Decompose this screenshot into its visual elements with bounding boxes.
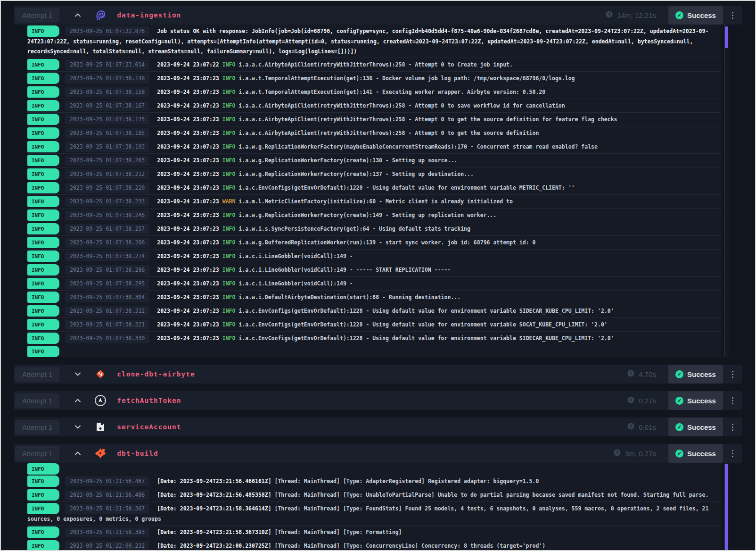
attempt-button[interactable]: Attempt 1 (15, 446, 59, 461)
log-level-badge: INFO (27, 292, 59, 303)
airbyte-icon (94, 9, 107, 21)
status-label: Success (687, 11, 716, 19)
kebab-menu-icon[interactable] (723, 394, 742, 407)
clock-icon (627, 370, 634, 378)
step-name: serviceAccount (117, 423, 181, 431)
workflow-log-viewer: Attempt 1data-ingestion14m, 12.21s✓Succe… (0, 0, 756, 551)
log-level-badge: INFO (27, 100, 59, 111)
workflow-step-clone-dbt-airbyte: Attempt 1clone-dbt-airbyte4.70s✓Success (14, 365, 742, 384)
log-message: 2023-09-24 23:07:23 INFO i.a.w.g.Replica… (157, 157, 457, 164)
workflow-step-dbt-build: Attempt 1dbt-build3m, 0.77s✓SuccessINFOI… (14, 444, 742, 551)
floppy-icon (94, 421, 107, 433)
log-timestamp: 2023-09-25 01:07:38.233 (65, 197, 149, 207)
log-message: 2023-09-24 23:07:23 INFO i.a.w.g.Replica… (157, 171, 474, 177)
step-header-clone-dbt-airbyte: Attempt 1clone-dbt-airbyte4.70s✓Success (14, 365, 742, 384)
log-message: 2023-09-24 23:07:23 INFO i.a.c.EnvConfig… (157, 308, 614, 314)
clock-icon (606, 11, 613, 19)
log-row: INFO2023-09-25 01:07:38.1752023-09-24 23… (27, 113, 721, 126)
log-message: 2023-09-24 23:07:23 WARN i.a.m.l.MetricC… (157, 198, 513, 205)
log-row: INFO2023-09-25 01:07:38.2462023-09-24 23… (27, 209, 721, 222)
kebab-menu-icon[interactable] (723, 9, 742, 22)
attempt-button[interactable]: Attempt 1 (15, 8, 59, 23)
status-badge[interactable]: ✓Success (668, 365, 723, 384)
chevron-down-icon[interactable] (74, 372, 81, 376)
section-gap (1, 436, 755, 439)
log-level-badge: INFO (27, 333, 59, 344)
log-row: INFO2023-09-25 01:07:38.2122023-09-24 23… (27, 167, 721, 181)
scrollbar-track[interactable] (724, 25, 729, 357)
step-meta: 0.27s✓Success (627, 391, 742, 410)
log-level-badge: INFO (27, 114, 59, 125)
status-badge[interactable]: ✓Success (668, 6, 723, 25)
success-check-icon: ✓ (675, 423, 683, 431)
log-timestamp: 2023-09-25 01:07:38.203 (65, 156, 149, 166)
chevron-up-icon[interactable] (74, 398, 81, 403)
log-message: [Date: 2023-09-24T23:21:58.367310Z] [Thr… (157, 529, 402, 535)
kebab-menu-icon[interactable] (723, 447, 742, 460)
log-timestamp: 2023-09-25 01:21:58.383 (65, 527, 149, 537)
attempt-button[interactable]: Attempt 1 (15, 393, 59, 408)
step-header-data-ingestion: Attempt 1data-ingestion14m, 12.21s✓Succe… (14, 6, 742, 25)
step-header-serviceAccount: Attempt 1serviceAccount0.01s✓Success (14, 417, 742, 436)
chevron-up-icon[interactable] (74, 13, 81, 17)
log-row: INFO2023-09-25 01:07:38.3212023-09-24 23… (27, 318, 721, 332)
log-message: 2023-09-24 23:07:23 INFO i.a.w.t.Tempora… (157, 89, 545, 95)
kebab-menu-icon[interactable] (723, 368, 742, 381)
attempt-button[interactable]: Attempt 1 (15, 367, 59, 382)
success-check-icon: ✓ (675, 11, 683, 19)
step-header-dbt-build: Attempt 1dbt-build3m, 0.77s✓Success (14, 444, 742, 463)
section-gap (1, 357, 755, 360)
log-message: 2023-09-24 23:07:23 INFO i.a.w.i.Default… (157, 294, 460, 301)
log-row: INFO2023-09-25 01:07:38.1932023-09-24 23… (27, 140, 721, 154)
log-message: 2023-09-24 23:07:23 INFO i.a.c.i.LineGob… (157, 253, 353, 259)
log-row: INFO2023-09-25 01:07:38.2202023-09-24 23… (27, 181, 721, 195)
status-badge[interactable]: ✓Success (668, 444, 723, 463)
scrollbar-thumb[interactable] (725, 26, 728, 48)
workflow-step-data-ingestion: Attempt 1data-ingestion14m, 12.21s✓Succe… (14, 6, 742, 357)
log-level-badge: INFO (27, 346, 59, 357)
log-row: INFO2023-09-25 01:07:38.3302023-09-24 23… (27, 332, 721, 345)
log-message: 2023-09-24 23:07:23 INFO i.a.c.EnvConfig… (157, 321, 607, 328)
log-timestamp: 2023-09-25 01:07:38.185 (65, 128, 149, 138)
log-timestamp: 2023-09-25 01:07:38.295 (65, 279, 149, 289)
log-timestamp: 2023-09-25 01:07:38.158 (65, 87, 149, 97)
git-icon (94, 368, 107, 380)
scrollbar-track[interactable] (724, 463, 729, 551)
section-gap (1, 410, 755, 413)
status-label: Success (687, 423, 716, 431)
chevron-down-icon[interactable] (74, 425, 81, 429)
log-row: INFO2023-09-25 01:07:38.3122023-09-24 23… (27, 304, 721, 318)
log-level-badge: INFO (27, 25, 59, 37)
log-message: 2023-09-24 23:07:22 INFO i.a.a.c.Airbyte… (157, 61, 513, 68)
log-timestamp: 2023-09-25 01:07:38.304 (65, 292, 149, 302)
section-gap (1, 384, 755, 386)
log-message: 2023-09-24 23:07:23 INFO i.a.a.c.Airbyte… (157, 130, 539, 136)
log-message: 2023-09-24 23:07:23 INFO i.a.w.g.Replica… (157, 212, 496, 218)
log-timestamp: 2023-09-25 01:07:38.148 (65, 74, 149, 83)
chevron-up-icon[interactable] (74, 451, 81, 456)
step-meta: 4.70s✓Success (627, 365, 742, 384)
status-badge[interactable]: ✓Success (668, 391, 723, 410)
log-message: 2023-09-24 23:07:23 INFO i.a.c.EnvConfig… (157, 184, 575, 191)
dbt-icon (94, 447, 107, 459)
log-timestamp: 2023-09-25 01:07:38.266 (65, 238, 149, 248)
scrollbar-thumb[interactable] (725, 464, 728, 551)
log-level-badge: INFO (27, 141, 59, 152)
log-level-badge: INFO (27, 250, 59, 262)
step-meta: 14m, 12.21s✓Success (606, 6, 742, 25)
duration: 0.01s (627, 423, 656, 431)
clock-icon (614, 449, 621, 458)
status-label: Success (687, 450, 716, 458)
status-badge[interactable]: ✓Success (668, 417, 723, 436)
duration-text: 14m, 12.21s (617, 11, 656, 19)
duration-text: 0.01s (639, 423, 656, 431)
log-timestamp: 2023-09-25 01:21:56.467 (65, 476, 149, 486)
log-message: 2023-09-24 23:07:23 INFO i.a.w.g.Replica… (157, 143, 598, 150)
success-check-icon: ✓ (675, 397, 683, 405)
log-row: INFO2023-09-25 01:07:38.2862023-09-24 23… (27, 263, 721, 277)
log-row: INFO2023-09-25 01:07:23.0142023-09-24 23… (27, 58, 721, 72)
log-level-badge: INFO (27, 196, 59, 207)
kebab-menu-icon[interactable] (723, 421, 742, 434)
attempt-button[interactable]: Attempt 1 (15, 420, 59, 434)
step-name: data-ingestion (117, 11, 181, 19)
